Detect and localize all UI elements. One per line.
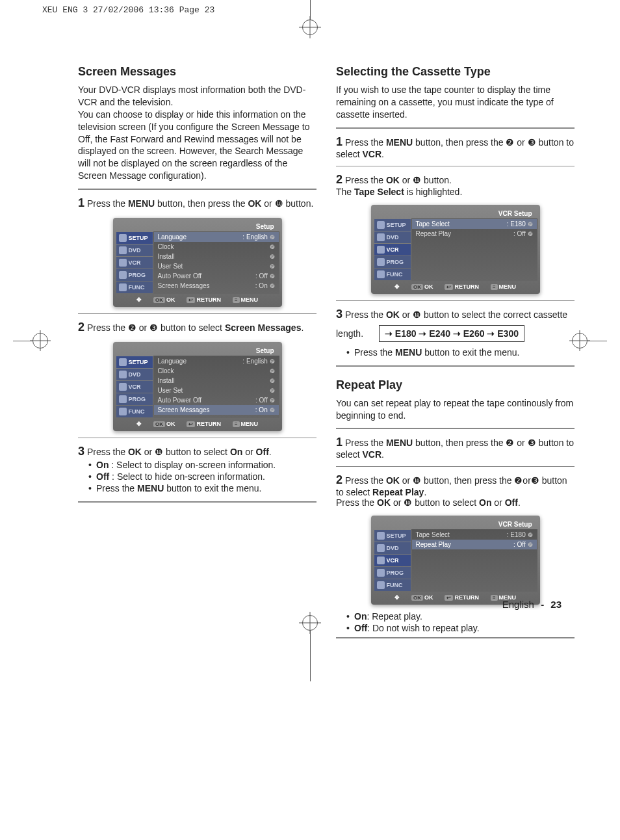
- t: or ❿ button.: [400, 175, 452, 185]
- step-2: 2 Press the ❷ or ❸ button to select Scre…: [78, 318, 316, 337]
- osd-tab: PROG: [116, 393, 153, 405]
- osd-tab: FUNC: [374, 269, 411, 280]
- b: VCR: [362, 149, 381, 159]
- disc-icon: [119, 246, 127, 254]
- tab-label: FUNC: [387, 271, 403, 278]
- t: : Repeat play.: [367, 611, 422, 622]
- osd-row: Language: English ❿: [154, 356, 279, 366]
- tab-label: FUNC: [387, 582, 403, 588]
- key-label: RETURN: [196, 421, 221, 427]
- step-2: 2 Press the OK or ❿ button. The Tape Sel…: [336, 170, 575, 200]
- row-label: Auto Power Off: [158, 397, 202, 404]
- row-label: Install: [158, 377, 175, 384]
- t: : Select to hide on-screen information.: [109, 471, 265, 482]
- tape-icon: [119, 383, 127, 391]
- tape-icon: [377, 246, 385, 254]
- chevron-right-icon: ❿: [528, 221, 533, 228]
- step-number: 1: [336, 135, 342, 148]
- clock-icon: [377, 569, 385, 577]
- tab-label: SETUP: [387, 222, 406, 228]
- row-value: : Off: [513, 541, 526, 548]
- t: Press the: [345, 475, 386, 486]
- chevron-right-icon: ❿: [270, 273, 275, 280]
- ok-key: OK: [153, 421, 165, 427]
- b: On: [96, 460, 109, 470]
- key-label: RETURN: [454, 594, 479, 601]
- step-text: Press the MENU button, then press the ❷ …: [336, 438, 574, 460]
- disc-icon: [377, 233, 385, 241]
- step-text: Press the OK or ❿ button to select On or…: [87, 447, 272, 457]
- chevron-right-icon: ❿: [270, 407, 275, 413]
- osd-tab: SETUP: [374, 219, 411, 231]
- menu-key: ≡: [233, 421, 240, 427]
- osd-title: Setup: [116, 220, 279, 231]
- osd-tab: PROG: [116, 269, 153, 281]
- step-3: 3 Press the OK or ❿ button to select the…: [336, 305, 575, 361]
- tape-icon: [119, 259, 127, 267]
- osd-row: Tape Select: E180 ❿: [412, 219, 537, 229]
- step-1: 1 Press the MENU button, then press the …: [336, 433, 575, 462]
- t: .: [301, 322, 304, 333]
- row-value: : E180: [507, 220, 526, 228]
- osd-row: Tape Select: E180 ❿: [412, 530, 537, 540]
- divider: [78, 438, 316, 438]
- left-column: Screen Messages Your DVD-VCR displays mo…: [78, 65, 316, 642]
- t: Press the: [345, 137, 386, 148]
- osd-list: Tape Select: E180 ❿ Repeat Play: Off ❿: [411, 218, 537, 281]
- b: On: [479, 497, 491, 508]
- chevron-right-icon: ❿: [270, 397, 275, 404]
- key-label: MENU: [241, 296, 259, 303]
- t: or: [242, 447, 255, 457]
- step-1: 1 Press the MENU button, then press the …: [78, 194, 316, 213]
- step-number: 3: [336, 308, 342, 321]
- osd-title: VCR Setup: [374, 207, 537, 218]
- step-number: 3: [78, 445, 84, 458]
- t: .: [424, 487, 426, 497]
- list-item: On : Select to display on-screen informa…: [88, 460, 316, 470]
- row-label: Language: [158, 358, 187, 365]
- step-number: 2: [336, 173, 342, 186]
- key-label: MENU: [241, 421, 259, 427]
- cassette-chain: ➝ E180 ➝ E240 ➝ E260 ➝ E300: [379, 325, 524, 342]
- osd-tabs: SETUP DVD VCR PROG FUNC: [374, 218, 411, 281]
- right-column: Selecting the Cassette Type If you wish …: [336, 65, 575, 642]
- tab-label: DVD: [387, 234, 399, 241]
- list-item: On: Repeat play.: [346, 611, 575, 622]
- row-label: Screen Messages: [158, 282, 210, 289]
- nav-icon: ✥: [136, 421, 142, 427]
- chevron-right-icon: ❿: [270, 283, 275, 289]
- tab-label: VCR: [129, 259, 141, 266]
- row-value: : Off: [255, 397, 268, 404]
- osd-row: Repeat Play: Off ❿: [412, 540, 537, 549]
- t: or ❿ button.: [261, 198, 313, 209]
- chevron-right-icon: ❿: [270, 378, 275, 384]
- key-label: OK: [166, 421, 175, 427]
- osd-tabs: SETUP DVD VCR PROG FUNC: [116, 231, 153, 294]
- key-label: OK: [424, 283, 433, 290]
- divider: [336, 365, 575, 367]
- t: The: [336, 187, 354, 197]
- clock-icon: [119, 395, 127, 403]
- t: Press the: [336, 497, 377, 508]
- disc-icon: [377, 544, 385, 552]
- key-label: RETURN: [196, 296, 221, 303]
- tab-label: SETUP: [129, 359, 148, 365]
- func-icon: [119, 408, 127, 415]
- tab-label: FUNC: [129, 284, 145, 291]
- clock-icon: [377, 258, 385, 266]
- osd-tab: SETUP: [116, 356, 153, 368]
- gear-icon: [377, 532, 385, 540]
- row-label: Screen Messages: [158, 406, 210, 413]
- tab-label: SETUP: [129, 235, 148, 241]
- chevron-right-icon: ❿: [270, 244, 275, 250]
- b: Off: [256, 447, 269, 457]
- t: is highlighted.: [404, 187, 463, 197]
- osd-tab: DVD: [116, 369, 153, 380]
- divider: [336, 166, 575, 166]
- crop-circle: [302, 615, 318, 631]
- func-icon: [377, 270, 385, 278]
- intro-text: Your DVD-VCR displays most information b…: [78, 84, 316, 182]
- osd-tab: VCR: [374, 555, 411, 566]
- row-value: : English: [242, 233, 267, 241]
- t: or ❿ button to select: [391, 497, 479, 508]
